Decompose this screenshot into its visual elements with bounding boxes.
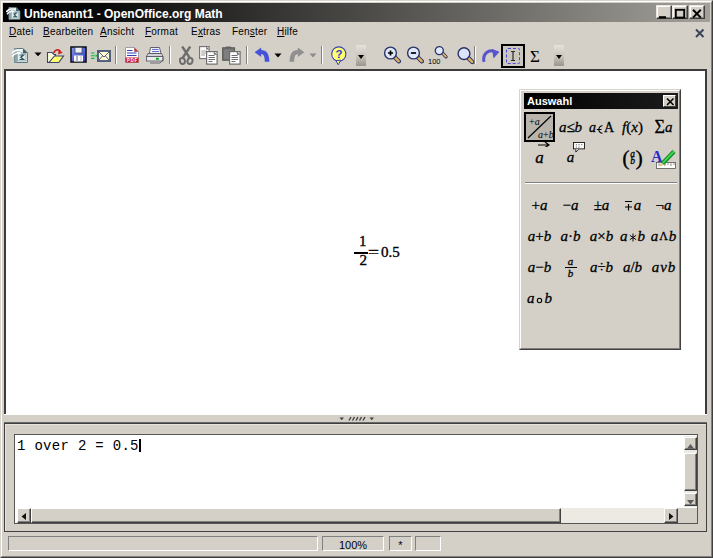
svg-text:?: ? [336, 48, 343, 60]
svg-text:a+b: a+b [538, 129, 553, 140]
svg-text:100: 100 [428, 57, 441, 66]
svg-text:Σ: Σ [530, 47, 540, 65]
svg-text:PDF: PDF [127, 58, 138, 63]
svg-text:+a: +a [529, 116, 540, 127]
